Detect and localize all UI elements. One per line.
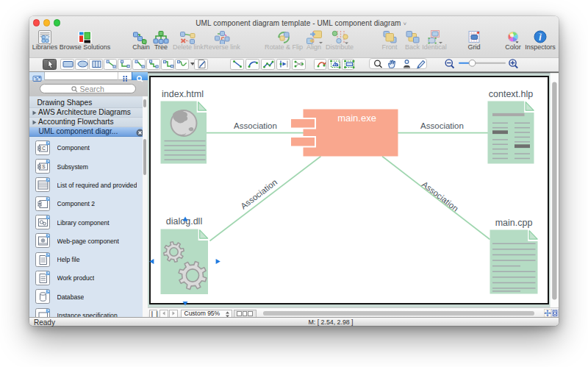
svg-text:S: S — [42, 164, 46, 169]
svg-text:C: C — [42, 146, 46, 151]
svg-text:Association: Association — [234, 121, 277, 130]
svg-text:index.html: index.html — [162, 88, 204, 99]
svg-text:main.cpp: main.cpp — [495, 218, 532, 228]
svg-text:Association: Association — [420, 121, 464, 130]
svg-text:main.exe: main.exe — [337, 113, 376, 124]
svg-text:context.hlp: context.hlp — [488, 89, 533, 99]
svg-text:dialog.dll: dialog.dll — [165, 216, 201, 227]
